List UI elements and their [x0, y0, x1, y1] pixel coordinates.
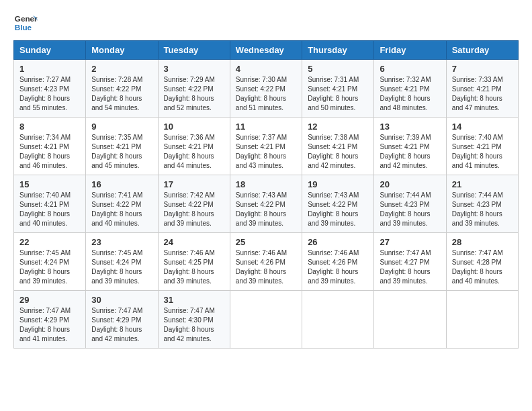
calendar-week-2: 8 Sunrise: 7:34 AM Sunset: 4:21 PM Dayli… — [14, 118, 519, 175]
calendar-cell: 28 Sunrise: 7:47 AM Sunset: 4:28 PM Dayl… — [446, 233, 518, 291]
day-info: Sunrise: 7:39 AM Sunset: 4:21 PM Dayligh… — [380, 133, 440, 171]
calendar-cell: 3 Sunrise: 7:29 AM Sunset: 4:22 PM Dayli… — [158, 60, 230, 118]
day-number: 20 — [380, 179, 440, 189]
day-number: 12 — [308, 122, 368, 132]
weekday-header-friday: Friday — [374, 41, 446, 60]
header: General Blue — [13, 11, 519, 35]
day-number: 3 — [164, 64, 224, 74]
weekday-header-wednesday: Wednesday — [230, 41, 302, 60]
calendar-cell: 6 Sunrise: 7:32 AM Sunset: 4:21 PM Dayli… — [374, 60, 446, 118]
calendar-cell: 29 Sunrise: 7:47 AM Sunset: 4:29 PM Dayl… — [14, 291, 86, 349]
day-number: 7 — [452, 64, 513, 74]
weekday-header-thursday: Thursday — [302, 41, 374, 60]
day-info: Sunrise: 7:47 AM Sunset: 4:27 PM Dayligh… — [380, 248, 440, 286]
day-info: Sunrise: 7:42 AM Sunset: 4:22 PM Dayligh… — [164, 191, 224, 228]
calendar-cell: 20 Sunrise: 7:44 AM Sunset: 4:23 PM Dayl… — [374, 175, 446, 233]
day-number: 24 — [164, 237, 224, 247]
day-info: Sunrise: 7:46 AM Sunset: 4:26 PM Dayligh… — [236, 248, 296, 286]
day-info: Sunrise: 7:46 AM Sunset: 4:26 PM Dayligh… — [308, 248, 368, 286]
day-info: Sunrise: 7:30 AM Sunset: 4:22 PM Dayligh… — [236, 75, 296, 113]
calendar-cell: 8 Sunrise: 7:34 AM Sunset: 4:21 PM Dayli… — [14, 118, 86, 175]
day-info: Sunrise: 7:40 AM Sunset: 4:21 PM Dayligh… — [452, 133, 513, 171]
day-number: 17 — [164, 179, 224, 189]
logo-icon: General Blue — [13, 11, 38, 35]
calendar-cell: 31 Sunrise: 7:47 AM Sunset: 4:30 PM Dayl… — [158, 291, 230, 349]
day-number: 11 — [236, 122, 296, 132]
calendar-cell — [230, 291, 302, 349]
calendar-cell — [302, 291, 374, 349]
calendar-cell: 7 Sunrise: 7:33 AM Sunset: 4:21 PM Dayli… — [446, 60, 518, 118]
day-number: 27 — [380, 237, 440, 247]
calendar-cell: 19 Sunrise: 7:43 AM Sunset: 4:22 PM Dayl… — [302, 175, 374, 233]
day-info: Sunrise: 7:47 AM Sunset: 4:30 PM Dayligh… — [164, 306, 224, 344]
calendar-week-4: 22 Sunrise: 7:45 AM Sunset: 4:24 PM Dayl… — [14, 233, 519, 291]
day-info: Sunrise: 7:47 AM Sunset: 4:28 PM Dayligh… — [452, 248, 513, 286]
calendar-cell: 4 Sunrise: 7:30 AM Sunset: 4:22 PM Dayli… — [230, 60, 302, 118]
day-number: 5 — [308, 64, 368, 74]
calendar-body: 1 Sunrise: 7:27 AM Sunset: 4:23 PM Dayli… — [14, 60, 519, 349]
day-number: 22 — [19, 237, 80, 247]
day-info: Sunrise: 7:45 AM Sunset: 4:24 PM Dayligh… — [91, 248, 152, 286]
day-number: 28 — [452, 237, 513, 247]
calendar-cell: 16 Sunrise: 7:41 AM Sunset: 4:22 PM Dayl… — [86, 175, 158, 233]
calendar-week-3: 15 Sunrise: 7:40 AM Sunset: 4:21 PM Dayl… — [14, 175, 519, 233]
calendar-cell: 27 Sunrise: 7:47 AM Sunset: 4:27 PM Dayl… — [374, 233, 446, 291]
day-number: 13 — [380, 122, 440, 132]
calendar-cell: 17 Sunrise: 7:42 AM Sunset: 4:22 PM Dayl… — [158, 175, 230, 233]
day-info: Sunrise: 7:46 AM Sunset: 4:25 PM Dayligh… — [164, 248, 224, 286]
day-number: 8 — [19, 122, 80, 132]
weekday-header-sunday: Sunday — [14, 41, 86, 60]
day-info: Sunrise: 7:44 AM Sunset: 4:23 PM Dayligh… — [380, 191, 440, 228]
day-number: 4 — [236, 64, 296, 74]
day-info: Sunrise: 7:41 AM Sunset: 4:22 PM Dayligh… — [91, 191, 152, 228]
day-info: Sunrise: 7:29 AM Sunset: 4:22 PM Dayligh… — [164, 75, 224, 113]
calendar-cell: 21 Sunrise: 7:44 AM Sunset: 4:23 PM Dayl… — [446, 175, 518, 233]
day-info: Sunrise: 7:47 AM Sunset: 4:29 PM Dayligh… — [91, 306, 152, 344]
day-number: 16 — [91, 179, 152, 189]
day-info: Sunrise: 7:38 AM Sunset: 4:21 PM Dayligh… — [308, 133, 368, 171]
day-info: Sunrise: 7:32 AM Sunset: 4:21 PM Dayligh… — [380, 75, 440, 113]
day-number: 14 — [452, 122, 513, 132]
day-info: Sunrise: 7:44 AM Sunset: 4:23 PM Dayligh… — [452, 191, 513, 228]
calendar-week-1: 1 Sunrise: 7:27 AM Sunset: 4:23 PM Dayli… — [14, 60, 519, 118]
calendar-table: SundayMondayTuesdayWednesdayThursdayFrid… — [13, 40, 519, 349]
day-number: 15 — [19, 179, 80, 189]
day-number: 18 — [236, 179, 296, 189]
calendar-cell — [374, 291, 446, 349]
weekday-header-tuesday: Tuesday — [158, 41, 230, 60]
calendar-cell: 15 Sunrise: 7:40 AM Sunset: 4:21 PM Dayl… — [14, 175, 86, 233]
day-info: Sunrise: 7:37 AM Sunset: 4:21 PM Dayligh… — [236, 133, 296, 171]
calendar-cell: 14 Sunrise: 7:40 AM Sunset: 4:21 PM Dayl… — [446, 118, 518, 175]
logo: General Blue — [13, 11, 38, 35]
calendar-cell: 30 Sunrise: 7:47 AM Sunset: 4:29 PM Dayl… — [86, 291, 158, 349]
calendar-cell: 26 Sunrise: 7:46 AM Sunset: 4:26 PM Dayl… — [302, 233, 374, 291]
calendar-cell: 25 Sunrise: 7:46 AM Sunset: 4:26 PM Dayl… — [230, 233, 302, 291]
day-info: Sunrise: 7:35 AM Sunset: 4:21 PM Dayligh… — [91, 133, 152, 171]
calendar-cell: 5 Sunrise: 7:31 AM Sunset: 4:21 PM Dayli… — [302, 60, 374, 118]
day-number: 1 — [19, 64, 80, 74]
day-info: Sunrise: 7:43 AM Sunset: 4:22 PM Dayligh… — [308, 191, 368, 228]
day-number: 23 — [91, 237, 152, 247]
day-info: Sunrise: 7:28 AM Sunset: 4:22 PM Dayligh… — [91, 75, 152, 113]
day-info: Sunrise: 7:45 AM Sunset: 4:24 PM Dayligh… — [19, 248, 80, 286]
day-number: 21 — [452, 179, 513, 189]
day-info: Sunrise: 7:34 AM Sunset: 4:21 PM Dayligh… — [19, 133, 80, 171]
calendar-cell: 2 Sunrise: 7:28 AM Sunset: 4:22 PM Dayli… — [86, 60, 158, 118]
day-info: Sunrise: 7:47 AM Sunset: 4:29 PM Dayligh… — [19, 306, 80, 344]
day-number: 30 — [91, 295, 152, 305]
calendar-cell: 23 Sunrise: 7:45 AM Sunset: 4:24 PM Dayl… — [86, 233, 158, 291]
calendar-cell: 10 Sunrise: 7:36 AM Sunset: 4:21 PM Dayl… — [158, 118, 230, 175]
weekday-header-saturday: Saturday — [446, 41, 518, 60]
calendar-cell: 22 Sunrise: 7:45 AM Sunset: 4:24 PM Dayl… — [14, 233, 86, 291]
calendar-cell: 9 Sunrise: 7:35 AM Sunset: 4:21 PM Dayli… — [86, 118, 158, 175]
day-number: 6 — [380, 64, 440, 74]
day-number: 31 — [164, 295, 224, 305]
day-number: 2 — [91, 64, 152, 74]
weekday-header-row: SundayMondayTuesdayWednesdayThursdayFrid… — [14, 41, 519, 60]
day-info: Sunrise: 7:27 AM Sunset: 4:23 PM Dayligh… — [19, 75, 80, 113]
day-number: 19 — [308, 179, 368, 189]
day-number: 26 — [308, 237, 368, 247]
svg-text:Blue: Blue — [15, 23, 32, 32]
day-number: 9 — [91, 122, 152, 132]
weekday-header-monday: Monday — [86, 41, 158, 60]
